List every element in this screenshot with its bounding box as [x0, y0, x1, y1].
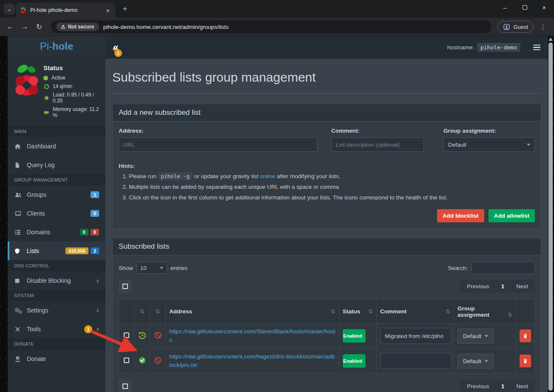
header-group-col[interactable]: Group assignment⇅	[454, 300, 516, 324]
forward-button[interactable]: →	[19, 21, 31, 33]
chevron-left-icon: ‹	[97, 276, 99, 285]
row-checkbox[interactable]	[124, 358, 129, 363]
lists-count-badge: 2	[91, 247, 99, 254]
select-all-button-bottom[interactable]	[119, 380, 131, 392]
list-url-link[interactable]: https://raw.githubusercontent.com/Steven…	[169, 328, 335, 343]
sidebar-item-dashboard[interactable]: Dashboard	[8, 137, 105, 156]
new-tab-button[interactable]: +	[120, 4, 130, 14]
sidebar-item-label: Settings	[27, 307, 92, 314]
sidebar-section-system: SYSTEM	[8, 290, 105, 301]
caret-down-icon	[485, 360, 488, 362]
users-icon	[14, 191, 27, 199]
add-blocklist-button[interactable]: Add blocklist	[437, 209, 484, 222]
window-minimize-button[interactable]: –	[495, 0, 515, 14]
hints: Hints: Please run pihole -g or update yo…	[119, 163, 535, 202]
sidebar-collapse-button[interactable]: « 1	[113, 43, 119, 52]
entries-per-page-value: 10	[140, 265, 160, 271]
row-comment-input[interactable]	[380, 328, 452, 344]
header-status-col[interactable]: Status⇅	[339, 300, 377, 324]
top-navbar: « 1 hostname: pihole-demo	[105, 36, 548, 59]
browser-menu-button[interactable]: ⋮	[536, 23, 550, 31]
browser-tab[interactable]: Pi-hole pihole-demo ×	[16, 3, 115, 18]
scrollbar[interactable]	[548, 36, 553, 392]
guest-profile-button[interactable]: Guest	[497, 21, 534, 33]
header-health-col[interactable]: ⇅	[134, 300, 150, 324]
row-group-select[interactable]: Default	[457, 354, 494, 369]
sort-icon[interactable]: ⇅	[156, 308, 160, 315]
not-secure-badge[interactable]: ⚠ Not secure	[56, 23, 99, 31]
status-toggle[interactable]: Enabled	[343, 354, 366, 368]
pagination-next[interactable]: Next	[516, 283, 528, 290]
ban-icon[interactable]	[154, 356, 162, 364]
url-text: pihole-demo.home.cervant.net/admin/group…	[103, 24, 229, 30]
url-bar[interactable]: ⚠ Not secure pihole-demo.home.cervant.ne…	[51, 20, 491, 33]
ban-icon[interactable]	[154, 331, 162, 339]
group-assignment-select[interactable]: Default	[443, 137, 535, 152]
sort-icon[interactable]: ⇅	[331, 308, 335, 315]
hint-text: URL with a space or comma	[265, 184, 339, 190]
row-checkbox[interactable]	[124, 332, 129, 338]
row-group-select[interactable]: Default	[457, 329, 494, 344]
brand-text-bold: hole	[52, 40, 73, 52]
comment-input[interactable]	[331, 137, 424, 152]
table-row: https://raw.githubusercontent.com/Steven…	[119, 324, 535, 349]
sidebar-item-label: Dashboard	[27, 143, 99, 150]
sidebar-item-groups[interactable]: Groups 1	[8, 185, 105, 204]
group-assignment-label: Group assignment:	[443, 128, 535, 134]
sidebar-item-clients[interactable]: Clients 0	[8, 204, 105, 223]
tab-close-icon[interactable]: ×	[105, 7, 111, 14]
sidebar-item-query-log[interactable]: Query Log	[8, 156, 105, 174]
navbar-menu-button[interactable]	[533, 45, 540, 51]
file-icon	[14, 162, 27, 169]
window-maximize-button[interactable]	[515, 0, 534, 14]
search-input[interactable]	[471, 261, 535, 274]
checkbox-icon	[122, 284, 128, 289]
row-group-value: Default	[463, 358, 481, 364]
sort-icon[interactable]: ⇅	[140, 308, 145, 315]
sidebar-item-disable-blocking[interactable]: Disable Blocking ‹	[8, 271, 105, 290]
header-address-col[interactable]: Address⇅	[166, 300, 339, 324]
history-icon[interactable]	[138, 331, 146, 339]
delete-row-button[interactable]	[520, 355, 531, 367]
sidebar-item-tools[interactable]: Tools 1 ‹	[8, 320, 105, 338]
status-toggle[interactable]: Enabled	[343, 329, 366, 343]
sort-icon[interactable]: ⇅	[508, 312, 512, 318]
row-comment-input[interactable]	[380, 353, 452, 369]
back-button[interactable]: ←	[4, 21, 16, 33]
tab-search-button[interactable]: ⌄	[4, 3, 15, 14]
sidebar: Pi-hole Status Active 14 q/min Load: 0.9…	[8, 36, 105, 392]
back-icon: ←	[7, 23, 14, 31]
address-input[interactable]	[119, 137, 318, 152]
sort-icon[interactable]: ⇅	[368, 308, 373, 315]
list-url-link[interactable]: https://raw.githubusercontent.com/hagezi…	[169, 353, 335, 368]
donate-icon: $	[14, 355, 27, 363]
header-action-col	[516, 300, 535, 324]
check-circle-icon[interactable]	[138, 356, 146, 364]
sidebar-item-domains[interactable]: Domains 0 0	[8, 223, 105, 241]
scroll-up-arrow-icon[interactable]	[548, 37, 553, 41]
page-title: Subscribed lists group management	[112, 70, 541, 85]
add-allowlist-button[interactable]: Add allowlist	[489, 209, 535, 222]
header-type-col[interactable]: ⇅	[150, 300, 166, 324]
sidebar-section-group-management: GROUP MANAGEMENT	[8, 174, 105, 185]
scrollbar-thumb[interactable]	[548, 43, 553, 391]
sidebar-item-lists[interactable]: Lists 410,556 2	[8, 241, 105, 260]
sort-icon[interactable]: ⇅	[446, 308, 450, 315]
header-comment-col[interactable]: Comment⇅	[377, 300, 454, 324]
select-all-button[interactable]	[119, 280, 131, 293]
pagination-previous[interactable]: Previous	[467, 283, 489, 290]
pagination-next[interactable]: Next	[516, 383, 528, 389]
delete-row-button[interactable]	[520, 330, 531, 342]
sidebar-item-donate[interactable]: $ Donate	[8, 349, 105, 368]
status-active-icon	[43, 76, 48, 80]
online-link[interactable]: online	[260, 173, 275, 179]
pagination-page-1[interactable]: 1	[501, 383, 505, 389]
status-rate: 14 q/min	[43, 83, 102, 89]
sidebar-item-settings[interactable]: Settings ‹	[8, 301, 105, 320]
pagination-previous[interactable]: Previous	[467, 383, 489, 389]
pagination-page-1[interactable]: 1	[501, 283, 505, 290]
checkbox-icon	[122, 383, 128, 389]
reload-button[interactable]: ↻	[33, 21, 45, 33]
entries-per-page-select[interactable]: 10	[136, 262, 167, 274]
window-close-button[interactable]: ×	[534, 0, 554, 14]
